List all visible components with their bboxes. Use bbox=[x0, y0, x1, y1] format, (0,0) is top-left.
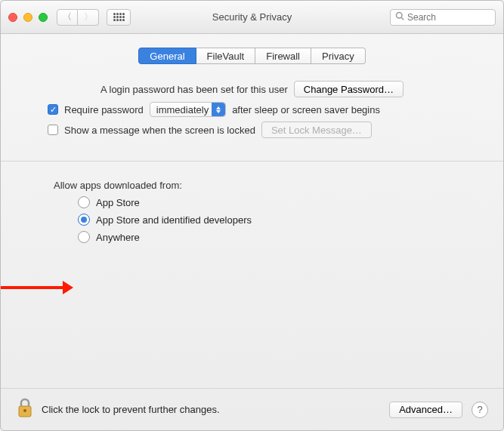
nav-buttons: 〈 〉 bbox=[57, 9, 99, 26]
back-button[interactable]: 〈 bbox=[57, 9, 78, 26]
preferences-window: 〈 〉 Security & Privacy General FileVault… bbox=[0, 0, 504, 431]
gatekeeper-option-anywhere[interactable]: Anywhere bbox=[78, 231, 481, 243]
change-password-button[interactable]: Change Password… bbox=[294, 81, 404, 97]
after-sleep-label: after sleep or screen saver begins bbox=[232, 104, 380, 115]
radio-label: App Store and identified developers bbox=[96, 214, 252, 226]
password-delay-value: immediately bbox=[156, 104, 209, 115]
radio-icon bbox=[78, 196, 90, 208]
stepper-icon bbox=[212, 103, 225, 116]
radio-icon bbox=[78, 214, 90, 226]
zoom-icon[interactable] bbox=[39, 13, 48, 22]
password-delay-select[interactable]: immediately bbox=[150, 102, 226, 117]
content-area: General FileVault Firewall Privacy A log… bbox=[1, 34, 503, 388]
show-message-row: Show a message when the screen is locked… bbox=[48, 122, 481, 138]
lock-icon[interactable] bbox=[16, 397, 34, 422]
require-password-checkbox[interactable] bbox=[48, 104, 58, 115]
close-icon[interactable] bbox=[8, 13, 17, 22]
require-password-row: Require password immediately after sleep… bbox=[48, 102, 481, 117]
lock-text: Click the lock to prevent further change… bbox=[42, 404, 220, 415]
section-divider bbox=[1, 161, 503, 162]
set-lock-message-button: Set Lock Message… bbox=[261, 122, 372, 138]
radio-icon bbox=[78, 231, 90, 243]
forward-button[interactable]: 〉 bbox=[78, 9, 99, 26]
login-password-text: A login password has been set for this u… bbox=[100, 84, 288, 95]
window-controls bbox=[8, 13, 48, 22]
tab-privacy[interactable]: Privacy bbox=[311, 48, 366, 64]
footer: Click the lock to prevent further change… bbox=[1, 388, 503, 430]
require-password-label: Require password bbox=[64, 104, 144, 115]
gatekeeper-radio-group: App Store App Store and identified devel… bbox=[23, 196, 481, 243]
chevron-left-icon: 〈 bbox=[63, 11, 72, 23]
tab-firewall[interactable]: Firewall bbox=[255, 48, 311, 64]
gatekeeper-heading: Allow apps downloaded from: bbox=[54, 180, 481, 191]
chevron-right-icon: 〉 bbox=[84, 11, 93, 23]
tab-general[interactable]: General bbox=[138, 48, 196, 64]
annotation-arrow bbox=[1, 280, 78, 295]
advanced-button[interactable]: Advanced… bbox=[389, 402, 462, 418]
gatekeeper-option-appstore[interactable]: App Store bbox=[78, 196, 481, 208]
login-password-row: A login password has been set for this u… bbox=[23, 81, 481, 97]
tab-filevault[interactable]: FileVault bbox=[196, 48, 256, 64]
grid-icon bbox=[113, 13, 125, 21]
svg-line-1 bbox=[401, 17, 404, 20]
gatekeeper-option-appstore-and-identified-developers[interactable]: App Store and identified developers bbox=[78, 214, 481, 226]
svg-point-0 bbox=[397, 13, 403, 19]
radio-label: Anywhere bbox=[96, 232, 140, 243]
tab-bar: General FileVault Firewall Privacy bbox=[23, 48, 481, 64]
search-field[interactable] bbox=[390, 9, 496, 26]
svg-point-3 bbox=[23, 409, 26, 412]
show-message-checkbox[interactable] bbox=[48, 125, 58, 135]
show-all-button[interactable] bbox=[107, 9, 131, 26]
help-button[interactable]: ? bbox=[472, 402, 488, 418]
search-icon bbox=[395, 11, 404, 23]
show-message-label: Show a message when the screen is locked bbox=[64, 125, 255, 136]
titlebar: 〈 〉 Security & Privacy bbox=[1, 1, 503, 34]
radio-label: App Store bbox=[96, 197, 140, 208]
minimize-icon[interactable] bbox=[23, 13, 32, 22]
search-input[interactable] bbox=[407, 12, 490, 23]
